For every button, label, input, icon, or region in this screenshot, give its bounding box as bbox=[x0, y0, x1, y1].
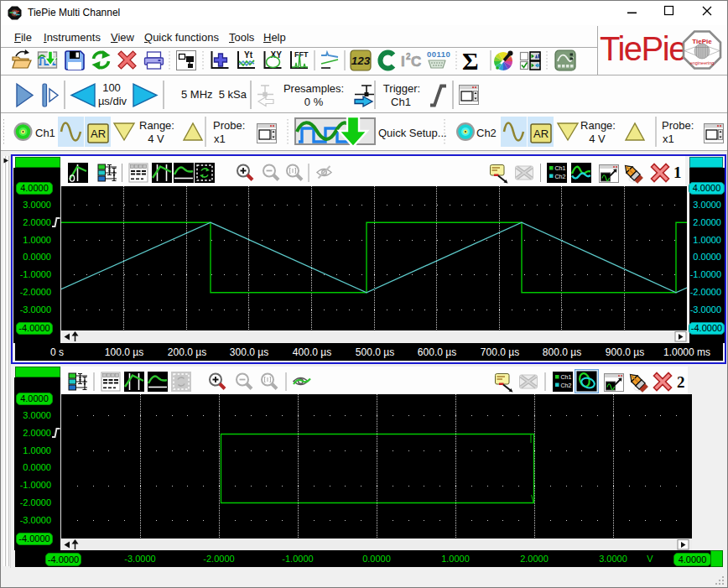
svg-text:AR: AR bbox=[533, 127, 549, 140]
svg-text:AR: AR bbox=[91, 127, 106, 140]
svg-text:engineering: engineering bbox=[690, 60, 715, 65]
svg-text:Σ: Σ bbox=[462, 48, 479, 75]
svg-text:00110: 00110 bbox=[427, 49, 450, 59]
svg-text:Yt: Yt bbox=[244, 50, 253, 60]
svg-text:I: I bbox=[401, 54, 405, 70]
svg-text:C: C bbox=[411, 54, 421, 70]
svg-text:2: 2 bbox=[677, 373, 685, 391]
svg-text:TiePie: TiePie bbox=[600, 30, 686, 67]
svg-text:1: 1 bbox=[673, 164, 682, 181]
svg-text:FFT: FFT bbox=[294, 50, 309, 59]
svg-text:123: 123 bbox=[351, 55, 371, 67]
